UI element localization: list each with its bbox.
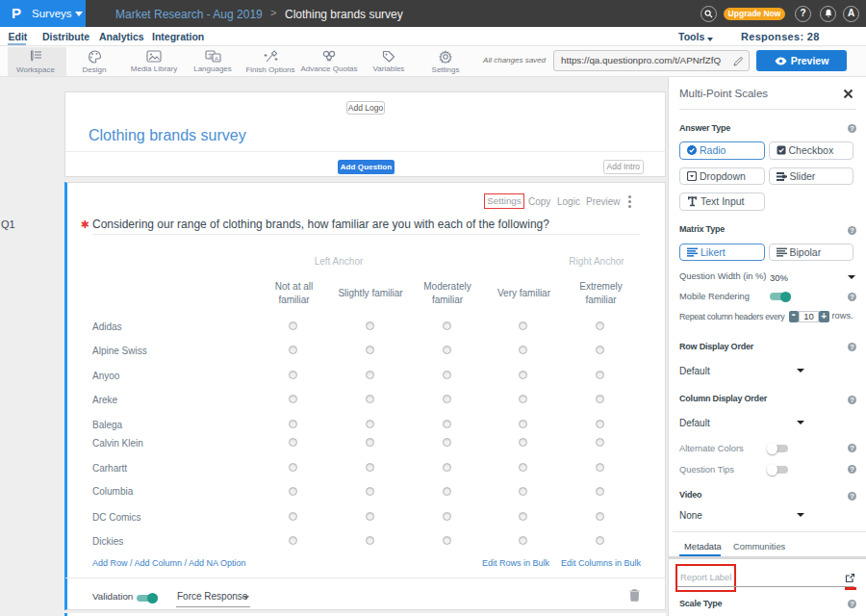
svg-text:A: A <box>215 56 218 62</box>
